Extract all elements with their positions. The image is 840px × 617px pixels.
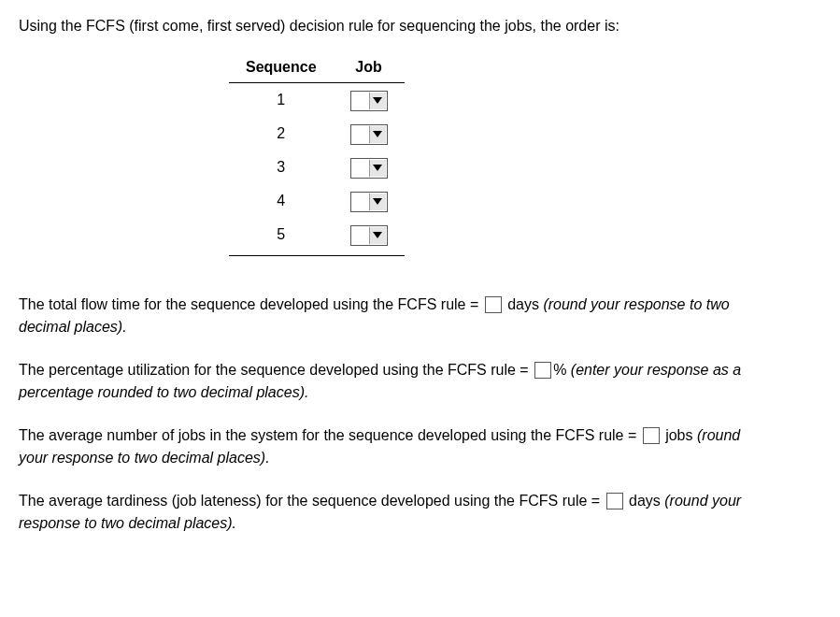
job-dropdown-2[interactable] xyxy=(350,124,388,145)
sequence-cell: 1 xyxy=(229,83,334,118)
q3-pre: The average number of jobs in the system… xyxy=(19,427,641,443)
flow-time-input[interactable] xyxy=(485,296,502,313)
q4-pre: The average tardiness (job lateness) for… xyxy=(19,493,605,509)
sequence-cell: 2 xyxy=(229,117,334,151)
chevron-down-icon xyxy=(369,126,386,143)
chevron-down-icon xyxy=(369,227,386,244)
question-utilization: The percentage utilization for the seque… xyxy=(19,359,766,404)
job-dropdown-5[interactable] xyxy=(350,225,388,246)
utilization-input[interactable] xyxy=(534,362,551,379)
question-flow-time: The total flow time for the sequence dev… xyxy=(19,294,766,338)
question-tardiness: The average tardiness (job lateness) for… xyxy=(19,490,766,535)
avg-jobs-input[interactable] xyxy=(643,427,660,444)
svg-marker-4 xyxy=(373,232,382,238)
sequence-cell: 3 xyxy=(229,151,334,184)
table-row: 3 xyxy=(229,151,405,184)
svg-marker-2 xyxy=(373,165,382,171)
q1-pre: The total flow time for the sequence dev… xyxy=(19,296,483,312)
sequence-table-wrap: Sequence Job 1 2 xyxy=(229,54,821,256)
table-row: 2 xyxy=(229,117,405,151)
sequence-cell: 4 xyxy=(229,184,334,218)
q2-pre: The percentage utilization for the seque… xyxy=(19,362,533,378)
chevron-down-icon xyxy=(369,93,386,109)
q4-unit: days xyxy=(625,493,665,509)
table-row: 5 xyxy=(229,218,405,256)
table-row: 1 xyxy=(229,83,405,118)
svg-marker-3 xyxy=(373,198,382,205)
question-avg-jobs: The average number of jobs in the system… xyxy=(19,424,766,469)
chevron-down-icon xyxy=(369,194,386,210)
sequence-table: Sequence Job 1 2 xyxy=(229,54,405,256)
svg-marker-1 xyxy=(373,131,382,137)
tardiness-input[interactable] xyxy=(606,493,623,509)
q1-unit: days xyxy=(504,296,544,312)
job-dropdown-4[interactable] xyxy=(350,192,388,212)
q2-unit: % xyxy=(553,362,571,378)
job-dropdown-1[interactable] xyxy=(350,91,388,111)
col-header-sequence: Sequence xyxy=(229,54,334,83)
chevron-down-icon xyxy=(369,160,386,177)
table-row: 4 xyxy=(229,184,405,218)
job-dropdown-3[interactable] xyxy=(350,158,388,179)
col-header-job: Job xyxy=(334,54,405,83)
svg-marker-0 xyxy=(373,97,382,104)
sequence-cell: 5 xyxy=(229,218,334,256)
intro-text: Using the FCFS (first come, first served… xyxy=(19,15,821,37)
q3-unit: jobs xyxy=(662,427,697,443)
